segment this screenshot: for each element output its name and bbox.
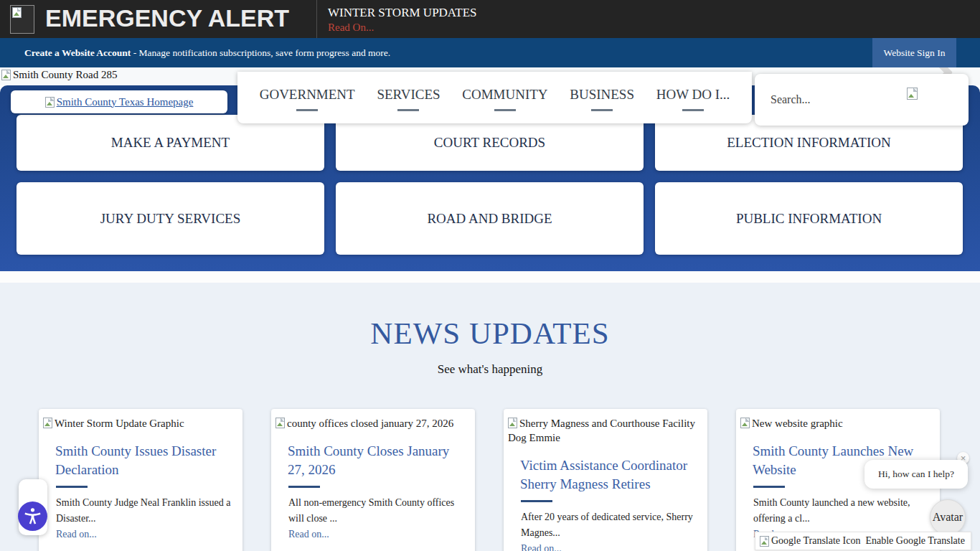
quick-link-public-information[interactable]: PUBLIC INFORMATION <box>655 182 963 255</box>
news-card: Winter Storm Update Graphic Smith County… <box>39 409 242 551</box>
alert-divider <box>316 0 317 38</box>
news-image-alt: county offices closed january 27, 2026 <box>275 416 469 430</box>
account-bar: Create a Website Account - Manage notifi… <box>0 38 980 67</box>
nav-item-government[interactable]: GOVERNMENT <box>260 87 355 111</box>
nav-item-community[interactable]: COMMUNITY <box>462 87 547 111</box>
news-card: county offices closed january 27, 2026 S… <box>271 409 475 551</box>
homepage-link[interactable]: Smith County Texas Homepage <box>45 96 194 108</box>
news-card-body: After 20 years of dedicated service, She… <box>521 509 699 541</box>
news-title-underline <box>56 486 88 488</box>
alert-broken-image <box>10 5 34 34</box>
nav-item-how-do-i[interactable]: HOW DO I... <box>656 87 730 111</box>
accessibility-button[interactable] <box>18 501 47 531</box>
search-input[interactable] <box>771 90 892 110</box>
news-section-subtitle: See what's happening <box>0 362 980 377</box>
nav-underline <box>296 109 318 111</box>
nav-underline <box>494 109 516 111</box>
chat-bubble[interactable]: Hi, how can I help? <box>864 460 968 489</box>
alert-read-on-link[interactable]: Read On... <box>328 22 374 34</box>
broken-image-icon <box>508 418 517 428</box>
news-card-title-link[interactable]: Smith County Issues Disaster Declaration <box>55 442 232 479</box>
news-card-body: Smith County Judge Neal Franklin issued … <box>56 495 234 527</box>
nav-label: SERVICES <box>377 87 440 103</box>
nav-underline <box>682 109 704 111</box>
nav-label: HOW DO I... <box>656 87 730 103</box>
news-card-body: Smith County launched a new website, off… <box>753 495 931 527</box>
accessibility-icon <box>23 507 42 526</box>
create-account-text[interactable]: Create a Website Account - Manage notifi… <box>24 38 390 67</box>
nav-underline <box>397 109 419 111</box>
news-title-underline <box>521 500 552 502</box>
news-section-title: NEWS UPDATES <box>0 316 980 351</box>
main-nav: GOVERNMENT SERVICES COMMUNITY BUSINESS H… <box>237 72 752 123</box>
nav-item-services[interactable]: SERVICES <box>377 87 440 111</box>
hero-image-alt-text: Smith County Road 285 <box>13 69 117 81</box>
enable-google-translate-link[interactable]: Enable Google Translate <box>865 535 964 547</box>
logo-card: Smith County Texas Homepage <box>11 90 227 113</box>
emergency-alert-bar: EMERGENCY ALERT WINTER STORM UPDATES Rea… <box>0 0 980 38</box>
emergency-alert-title: EMERGENCY ALERT <box>45 4 289 32</box>
section-divider <box>0 271 980 283</box>
nav-label: GOVERNMENT <box>260 87 355 103</box>
google-translate-bar: Google Translate Icon Enable Google Tran… <box>755 532 971 550</box>
website-sign-in-button[interactable]: Website Sign In <box>872 38 956 67</box>
quick-link-road-and-bridge[interactable]: ROAD AND BRIDGE <box>336 182 644 255</box>
news-image-alt: New website graphic <box>740 416 934 430</box>
news-card: Sherry Magness and Courthouse Facility D… <box>504 409 707 551</box>
search-panel <box>755 74 969 126</box>
news-image-alt: Winter Storm Update Graphic <box>43 416 237 430</box>
news-image-alt: Sherry Magness and Courthouse Facility D… <box>508 416 702 445</box>
broken-image-icon <box>43 418 52 428</box>
page: EMERGENCY ALERT WINTER STORM UPDATES Rea… <box>0 0 980 551</box>
chat-avatar[interactable]: Avatar <box>930 499 966 535</box>
news-card-body: All non-emergency Smith County offices w… <box>288 495 466 527</box>
create-account-link[interactable]: Create a Website Account <box>24 47 131 59</box>
nav-label: COMMUNITY <box>462 87 547 103</box>
broken-image-icon <box>740 418 750 428</box>
google-translate-icon-alt: Google Translate Icon <box>771 535 860 547</box>
broken-image-icon <box>12 7 22 18</box>
news-read-on-link[interactable]: Read on... <box>521 543 702 551</box>
news-card-title-link[interactable]: Smith County Closes January 27, 2026 <box>288 442 465 479</box>
google-translate-icon <box>760 536 769 547</box>
hero-image-alt: Smith County Road 285 <box>1 69 117 81</box>
broken-image-icon <box>275 418 285 428</box>
nav-item-business[interactable]: BUSINESS <box>570 87 634 111</box>
homepage-link-label: Smith County Texas Homepage <box>57 96 194 108</box>
news-read-on-link[interactable]: Read on... <box>288 529 469 540</box>
quick-link-jury-duty-services[interactable]: JURY DUTY SERVICES <box>17 182 324 255</box>
create-account-description: - Manage notification subscriptions, sav… <box>131 47 390 59</box>
nav-label: BUSINESS <box>570 87 634 103</box>
broken-image-icon <box>45 97 55 108</box>
news-title-underline <box>753 486 785 488</box>
news-read-on-link[interactable]: Read on... <box>56 529 237 540</box>
broken-image-icon <box>1 70 11 80</box>
search-icon[interactable] <box>907 88 918 100</box>
alert-headline: WINTER STORM UPDATES <box>328 6 476 20</box>
news-title-underline <box>288 486 320 488</box>
news-card-title-link[interactable]: Victim Assistance Coordinator Sherry Mag… <box>520 456 697 494</box>
nav-underline <box>591 109 613 111</box>
